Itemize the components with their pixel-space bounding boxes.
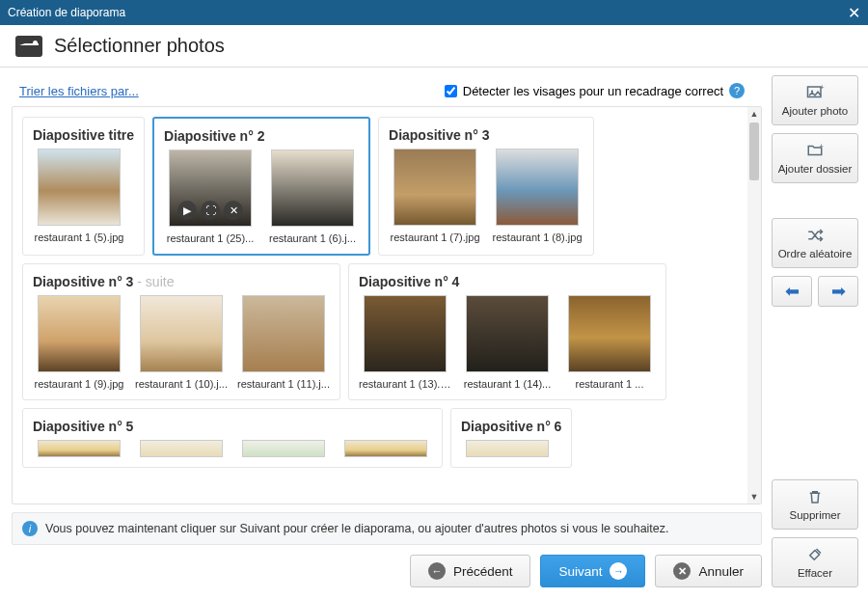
scrollbar[interactable]: ▲ ▼ <box>747 107 761 504</box>
thumb-image[interactable] <box>496 149 579 226</box>
photo-thumb[interactable]: ▶⛶✕restaurant 1 (25)... <box>164 150 257 244</box>
detect-faces-label: Détecter les visages pour un recadrage c… <box>463 84 723 98</box>
detect-faces-input[interactable] <box>445 85 457 97</box>
slide-title: Diapositive n° 4 <box>359 274 656 289</box>
thumb-label: restaurant 1 (11).j... <box>237 378 330 390</box>
photo-thumb[interactable]: restaurant 1 (13).jpg <box>359 295 451 390</box>
thumb-image[interactable] <box>242 295 325 372</box>
info-icon: i <box>22 521 38 536</box>
thumb-image[interactable] <box>364 295 447 372</box>
add-photo-label: Ajouter photo <box>782 105 848 117</box>
slide-title: Diapositive n° 6 <box>461 419 561 434</box>
photo-icon <box>15 36 42 57</box>
delete-label: Supprimer <box>789 509 840 521</box>
slide-title: Diapositive n° 2 <box>164 128 359 144</box>
thumb-image[interactable] <box>242 440 325 457</box>
shuffle-button[interactable]: Ordre aléatoire <box>772 218 858 268</box>
photo-thumb[interactable]: restaurant 1 (14)... <box>461 295 554 390</box>
crop-icon[interactable]: ⛶ <box>201 201 220 220</box>
remove-icon[interactable]: ✕ <box>224 201 243 220</box>
photo-thumb[interactable] <box>135 440 228 457</box>
slide-group[interactable]: Diapositive n° 4restaurant 1 (13).jpgres… <box>348 263 666 400</box>
arrow-left-icon: ⬅ <box>781 283 802 300</box>
add-folder-label: Ajouter dossier <box>778 163 853 175</box>
titlebar: Création de diaporama ✕ <box>0 0 868 25</box>
next-label: Suivant <box>558 564 602 579</box>
header: Sélectionner photos <box>0 25 868 68</box>
close-icon[interactable]: ✕ <box>848 4 860 22</box>
scroll-up-icon[interactable]: ▲ <box>747 107 761 121</box>
image-plus-icon: + <box>804 84 826 101</box>
thumb-image[interactable] <box>466 295 549 372</box>
thumb-image[interactable] <box>38 440 121 457</box>
cancel-button[interactable]: ✕ Annuler <box>655 555 762 587</box>
thumb-label: restaurant 1 (25)... <box>164 232 257 244</box>
slide-group[interactable]: Diapositive n° 6 <box>450 408 572 468</box>
scroll-thumb[interactable] <box>749 123 759 180</box>
slide-title: Diapositive titre <box>33 127 134 143</box>
scroll-down-icon[interactable]: ▼ <box>747 490 761 504</box>
photo-thumb[interactable] <box>339 440 432 457</box>
thumb-image[interactable] <box>393 149 476 226</box>
sort-files-link[interactable]: Trier les fichiers par... <box>19 84 139 98</box>
photo-thumb[interactable]: restaurant 1 (10).j... <box>135 295 228 390</box>
thumb-image[interactable] <box>568 295 651 372</box>
photo-thumb[interactable] <box>461 440 554 457</box>
photo-thumb[interactable] <box>237 440 330 457</box>
photo-thumb[interactable]: restaurant 1 (8).jpg <box>491 149 583 243</box>
play-icon[interactable]: ▶ <box>177 201 197 220</box>
arrow-right-icon: → <box>610 562 627 580</box>
slide-group[interactable]: Diapositive titrerestaurant 1 (5).jpg <box>22 117 145 256</box>
thumb-image[interactable]: ▶⛶✕ <box>169 150 252 227</box>
thumb-image[interactable] <box>38 295 121 372</box>
photo-thumb[interactable]: restaurant 1 (5).jpg <box>33 149 125 243</box>
move-right-button[interactable]: ➡ <box>818 276 858 307</box>
cancel-x-icon: ✕ <box>673 562 691 580</box>
shuffle-icon <box>804 227 826 244</box>
photo-thumb[interactable]: restaurant 1 (9).jpg <box>33 295 125 390</box>
slide-title: Diapositive n° 5 <box>33 419 432 434</box>
slide-group[interactable]: Diapositive n° 5 <box>22 408 443 468</box>
previous-button[interactable]: ← Précédent <box>410 555 531 587</box>
thumb-image[interactable] <box>344 440 427 457</box>
photo-thumb[interactable] <box>33 440 125 457</box>
thumb-label: restaurant 1 (5).jpg <box>33 231 125 243</box>
delete-button[interactable]: Supprimer <box>772 479 858 530</box>
thumb-label: restaurant 1 (13).jpg <box>359 378 451 390</box>
slide-group[interactable]: Diapositive n° 3 - suiterestaurant 1 (9)… <box>22 263 340 400</box>
thumb-label: restaurant 1 (10).j... <box>135 378 228 390</box>
thumb-label: restaurant 1 (9).jpg <box>33 378 125 390</box>
photo-thumb[interactable]: restaurant 1 (11).j... <box>237 295 330 390</box>
thumb-label: restaurant 1 (6).j... <box>266 232 359 244</box>
thumb-image[interactable] <box>38 149 121 226</box>
arrow-right-icon: ➡ <box>827 283 849 300</box>
slide-group[interactable]: Diapositive n° 2▶⛶✕restaurant 1 (25)...r… <box>152 117 370 256</box>
detect-faces-checkbox[interactable]: Détecter les visages pour un recadrage c… <box>445 83 745 98</box>
clear-label: Effacer <box>798 567 832 579</box>
photo-thumb[interactable]: restaurant 1 ... <box>563 295 656 390</box>
photo-thumb[interactable]: restaurant 1 (6).j... <box>266 150 359 244</box>
shuffle-label: Ordre aléatoire <box>778 248 853 259</box>
add-photo-button[interactable]: + Ajouter photo <box>772 75 858 125</box>
previous-label: Précédent <box>453 564 513 579</box>
slide-title: Diapositive n° 3 <box>389 127 583 143</box>
thumb-image[interactable] <box>140 440 223 457</box>
clear-button[interactable]: Effacer <box>772 537 858 587</box>
thumb-image[interactable] <box>271 150 354 227</box>
add-folder-button[interactable]: + Ajouter dossier <box>772 133 858 183</box>
thumb-label: restaurant 1 ... <box>563 378 656 390</box>
next-button[interactable]: Suivant → <box>540 555 645 587</box>
thumb-image[interactable] <box>140 295 223 372</box>
hint-text: Vous pouvez maintenant cliquer sur Suiva… <box>45 522 669 535</box>
move-left-button[interactable]: ⬅ <box>772 276 812 307</box>
trash-icon <box>804 488 826 505</box>
slide-group[interactable]: Diapositive n° 3restaurant 1 (7).jpgrest… <box>378 117 594 256</box>
help-icon[interactable]: ? <box>729 83 745 98</box>
svg-text:+: + <box>820 142 825 150</box>
photo-thumb[interactable]: restaurant 1 (7).jpg <box>389 149 481 243</box>
thumb-image[interactable] <box>466 440 549 457</box>
slide-title: Diapositive n° 3 - suite <box>33 274 330 289</box>
svg-text:+: + <box>820 84 825 92</box>
hint-bar: i Vous pouvez maintenant cliquer sur Sui… <box>12 512 762 545</box>
folder-plus-icon: + <box>804 142 826 159</box>
